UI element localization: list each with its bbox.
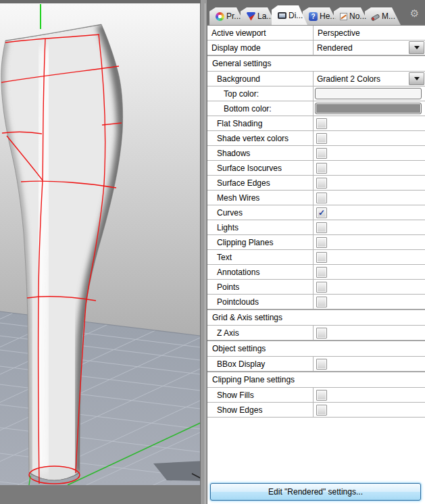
panel-footer: Edit "Rendered" settings...: [207, 482, 425, 504]
setting-label-cell: Show Fills: [207, 388, 314, 402]
setting-value-cell: [314, 403, 425, 417]
top-color-swatch[interactable]: [315, 88, 422, 99]
text-checkbox[interactable]: [316, 252, 327, 263]
row-text: Text: [207, 250, 425, 265]
section-header-general-settings: General settings: [207, 55, 425, 72]
panel-options-gear[interactable]: [409, 7, 420, 19]
setting-label: Mesh Wires: [207, 193, 259, 203]
z-axis-checkbox[interactable]: [316, 328, 327, 338]
setting-value-cell: [314, 388, 425, 402]
surface-edges-checkbox[interactable]: [316, 178, 327, 188]
row-show-edges: Show Edges: [207, 403, 425, 418]
points-checkbox[interactable]: [316, 282, 327, 293]
section-header-grid-axis-settings: Grid & Axis settings: [207, 309, 425, 326]
row-curves: Curves✓: [207, 205, 425, 220]
row-clipping-planes: Clipping Planes: [207, 235, 425, 250]
setting-label-cell: Show Edges: [207, 403, 314, 417]
setting-label: Shade vertex colors: [207, 134, 289, 143]
show-fills-checkbox[interactable]: [316, 390, 327, 401]
setting-label-cell: Mesh Wires: [207, 191, 314, 205]
tab-la[interactable]: La...: [241, 7, 276, 25]
setting-label-cell: Active viewport: [207, 26, 314, 40]
setting-label-cell: Background: [207, 72, 314, 86]
dropdown-value: Rendered: [314, 41, 408, 55]
clipping-planes-checkbox[interactable]: [316, 237, 327, 248]
tab-di[interactable]: Di...: [272, 5, 307, 25]
tab-label: No...: [349, 11, 366, 21]
bottom-color-swatch[interactable]: [315, 103, 422, 114]
setting-label-cell: Shadows: [207, 146, 314, 160]
setting-label: Bottom color:: [207, 104, 272, 114]
setting-label: BBox Display: [207, 359, 265, 369]
tab-pr[interactable]: Pr...: [209, 7, 245, 25]
setting-value: Perspective: [314, 28, 360, 38]
shade-vertex-colors-checkbox[interactable]: [316, 133, 327, 144]
properties-icon: [216, 12, 224, 21]
section-header-label: Clipping Plane settings: [207, 375, 295, 384]
row-active-viewport: Active viewportPerspective: [207, 26, 425, 41]
setting-value-cell: [314, 280, 425, 294]
setting-label: Show Edges: [207, 405, 262, 415]
setting-value-cell: ✓: [314, 205, 425, 220]
setting-label-cell: Surface Edges: [207, 176, 314, 190]
setting-value-cell: [314, 176, 425, 190]
flat-shading-checkbox[interactable]: [316, 118, 327, 129]
chevron-down-icon[interactable]: [409, 72, 424, 85]
row-lights: Lights: [207, 220, 425, 235]
show-edges-checkbox[interactable]: [316, 405, 327, 415]
tab-m[interactable]: M...: [365, 7, 401, 25]
pointclouds-checkbox[interactable]: [316, 297, 327, 307]
display-settings-table: Active viewportPerspectiveDisplay modeRe…: [207, 25, 425, 418]
row-points: Points: [207, 280, 425, 295]
row-flat-shading: Flat Shading: [207, 116, 425, 131]
panel-tab-bar: Pr...La...Di...He...No...M...: [207, 0, 425, 25]
display-mode-dropdown[interactable]: Rendered: [314, 41, 425, 55]
setting-value-cell: [314, 146, 425, 160]
section-header-object-settings: Object settings: [207, 341, 425, 357]
setting-value-cell: [314, 220, 425, 234]
annotations-checkbox[interactable]: [316, 267, 327, 278]
background-dropdown[interactable]: Gradient 2 Colors: [314, 72, 425, 86]
tab-no[interactable]: No...: [334, 7, 370, 25]
row-background: BackgroundGradient 2 Colors: [207, 72, 425, 86]
setting-label-cell: Pointclouds: [207, 295, 314, 309]
row-mesh-wires: Mesh Wires: [207, 191, 425, 205]
setting-label: Top color:: [207, 89, 259, 99]
row-annotations: Annotations: [207, 265, 425, 280]
setting-label-cell: Shade vertex colors: [207, 131, 314, 145]
section-header-label: Object settings: [207, 344, 266, 353]
setting-label-cell: Lights: [207, 220, 314, 234]
mesh-wires-checkbox[interactable]: [316, 193, 327, 203]
bbox-display-checkbox[interactable]: [316, 359, 327, 370]
layers-icon: [247, 12, 255, 21]
row-surface-isocurves: Surface Isocurves: [207, 161, 425, 176]
tab-label: Di...: [289, 11, 303, 20]
setting-value-cell: [314, 326, 425, 340]
setting-value-cell: [314, 265, 425, 279]
curves-checkbox[interactable]: ✓: [316, 207, 327, 218]
setting-label-cell: Annotations: [207, 265, 314, 279]
setting-label: Show Fills: [207, 390, 254, 400]
shadows-checkbox[interactable]: [316, 148, 327, 159]
tab-he[interactable]: He...: [303, 7, 339, 25]
setting-value-cell: Gradient 2 Colors: [314, 72, 425, 86]
perspective-viewport[interactable]: [0, 0, 207, 504]
setting-label: Text: [207, 253, 232, 262]
edit-rendered-settings-button[interactable]: Edit "Rendered" settings...: [210, 483, 421, 501]
surface-isocurves-checkbox[interactable]: [316, 163, 327, 174]
row-bbox-display: BBox Display: [207, 357, 425, 372]
row-bottom-color: Bottom color:: [207, 101, 425, 116]
setting-label: Clipping Planes: [207, 238, 273, 247]
setting-value-cell: Rendered: [314, 41, 425, 55]
setting-label-cell: BBox Display: [207, 357, 314, 371]
setting-label-cell: Surface Isocurves: [207, 161, 314, 175]
rhino-window: Pr...La...Di...He...No...M... Active vie…: [0, 0, 425, 504]
chevron-down-icon[interactable]: [409, 41, 424, 54]
setting-label-cell: Display mode: [207, 41, 314, 55]
setting-label-cell: Clipping Planes: [207, 235, 314, 249]
setting-value-cell: [314, 131, 425, 145]
row-show-fills: Show Fills: [207, 388, 425, 403]
setting-value-cell: [314, 116, 425, 130]
setting-label: Curves: [207, 208, 243, 218]
lights-checkbox[interactable]: [316, 222, 327, 233]
